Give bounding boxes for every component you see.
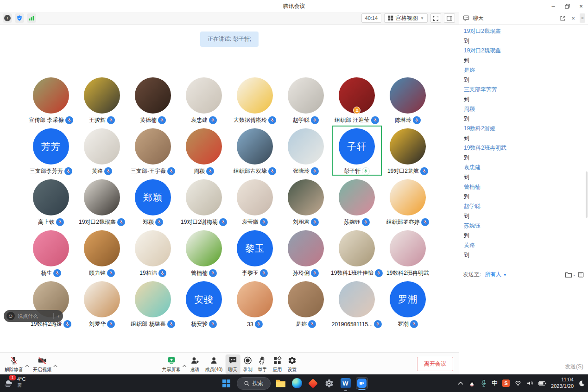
collapse-arrow-icon[interactable]: ‹ (57, 313, 60, 319)
ime-indicator[interactable]: 中 (492, 379, 498, 387)
wifi-icon[interactable] (514, 380, 522, 386)
word-app-icon[interactable]: W (340, 377, 352, 389)
participant-avatar (339, 230, 375, 266)
participant-tile[interactable]: 子轩彭子轩 (331, 125, 382, 176)
participant-tile[interactable]: 芳芳三支部李芳芳 (25, 125, 76, 176)
chat-message-list[interactable]: 19对口2魏珉鑫到19对口2魏珉鑫到是妳到三支部李芳芳到周颖到19数科2游娅到1… (459, 25, 588, 268)
participant-tile[interactable]: 袁莹徽 (229, 176, 280, 227)
qq-icon[interactable] (468, 379, 476, 387)
participant-tile[interactable]: 19对口2谢梅菊 (178, 176, 229, 227)
participant-tile[interactable]: 是妳 (280, 278, 331, 329)
participant-tile[interactable]: 罗潮罗潮 (382, 278, 433, 329)
meeting-info-icon[interactable]: i (3, 13, 12, 23)
participant-tile[interactable]: 19柏洁 (127, 227, 178, 278)
participant-tile[interactable]: 孙玲俐 (280, 227, 331, 278)
night-mode-moon-icon[interactable] (578, 380, 585, 387)
chevron-up-icon[interactable] (25, 365, 29, 367)
screenshot-icon[interactable] (577, 272, 584, 278)
volume-icon[interactable] (526, 380, 534, 386)
participant-tile[interactable]: 陈琳玲 (382, 74, 433, 125)
participant-tile[interactable]: 刘爱华 (76, 278, 127, 329)
participant-tile[interactable]: 19对口2龙航 (382, 125, 433, 176)
minimize-button[interactable]: – (546, 0, 560, 12)
security-shield-icon[interactable] (15, 13, 24, 23)
participant-tile[interactable]: 组织部 杨璐嘉 (127, 278, 178, 329)
chat-scrollbar[interactable] (586, 171, 588, 218)
participant-tile[interactable]: 苏婉钰 (331, 176, 382, 227)
taskbar-search[interactable]: 搜索 (237, 377, 271, 390)
participant-tile[interactable]: 黎玉李黎玉 (229, 227, 280, 278)
weather-widget[interactable]: 1 4°C 雾 (3, 376, 25, 388)
participant-tile[interactable]: 郑颖郑颖 (127, 176, 178, 227)
participant-tile[interactable]: 王骏辉 (76, 74, 127, 125)
participant-tile[interactable]: 19数科1班桂佳怡 (331, 227, 382, 278)
participant-tile[interactable]: 顾力铭 (76, 227, 127, 278)
participant-tile[interactable]: 袁忠建 (178, 74, 229, 125)
popout-icon[interactable] (558, 14, 567, 22)
view-mode-dropdown[interactable]: 宫格视图 ▼ (384, 13, 428, 23)
chevron-up-icon[interactable] (183, 365, 187, 367)
fullscreen-button[interactable] (430, 13, 441, 23)
participant-tile[interactable]: 刘相君 (280, 176, 331, 227)
toolbar-camera-muted-button[interactable]: 开启视频 (30, 354, 54, 374)
diamond-app-icon[interactable] (307, 377, 319, 389)
chat-close-icon[interactable]: × (569, 14, 577, 22)
chat-folder-icon[interactable]: ⌄ (565, 272, 575, 278)
participant-tile[interactable]: 黄路 (76, 125, 127, 176)
chat-input-area[interactable] (459, 281, 588, 374)
network-signal-icon[interactable] (27, 13, 36, 23)
tencent-meeting-app-icon[interactable] (356, 377, 368, 389)
toolbar-record-button[interactable]: 录制 (240, 354, 255, 374)
chevron-up-icon[interactable] (53, 365, 57, 367)
send-to-dropdown[interactable]: 所有人 ▼ (485, 271, 506, 278)
emoji-icon[interactable]: ☺ (6, 312, 15, 320)
panel-resize-handle[interactable]: ≡ (580, 13, 585, 23)
window-titlebar: 腾讯会议 – × (0, 0, 588, 12)
participant-tile[interactable]: 组织部古双壕 (229, 125, 280, 176)
sogou-input-icon[interactable]: S (502, 379, 510, 387)
participant-tile[interactable]: 大数据傅崧玲 (229, 74, 280, 125)
participant-tile[interactable]: 周颖 (178, 125, 229, 176)
toolbar-invite-button[interactable]: 邀请 (188, 354, 202, 374)
participant-tile[interactable]: 三支部-王宇薇 (127, 125, 178, 176)
tray-chevron-up-icon[interactable] (458, 381, 463, 385)
participant-tile[interactable]: 赵学聪 (280, 74, 331, 125)
toolbar-chat-button[interactable]: 聊天 (225, 354, 240, 374)
quick-chat-placeholder[interactable]: 说点什么 (18, 313, 51, 320)
participant-tile[interactable]: 19对口2魏珉鑫 (76, 176, 127, 227)
taskbar-clock[interactable]: 11:04 2023/1/20 (551, 377, 574, 390)
toolbar-share-screen-button[interactable]: 共享屏幕 (159, 354, 183, 374)
participant-tile[interactable]: 高上钦 (25, 176, 76, 227)
participant-tile[interactable]: 宣传部 李采槺 (25, 74, 76, 125)
participant-tile[interactable]: 19数科2班冉明武 (382, 227, 433, 278)
participant-tile[interactable]: 33 (229, 278, 280, 329)
file-explorer-icon[interactable] (275, 377, 287, 389)
participant-tile[interactable]: 201906581115... (331, 278, 382, 329)
close-button[interactable]: × (574, 0, 588, 12)
start-button[interactable] (221, 377, 233, 389)
quick-chat-bubble[interactable]: ☺ 说点什么 ‹ (4, 310, 63, 322)
edge-browser-icon[interactable] (291, 377, 303, 389)
chat-text: 到 (464, 56, 588, 65)
send-button[interactable]: 发送(S) (565, 363, 583, 371)
toolbar-members-button[interactable]: 成员(40) (202, 354, 226, 374)
battery-icon[interactable] (538, 380, 546, 386)
tray-mic-icon[interactable] (481, 379, 487, 387)
settings-app-icon[interactable] (323, 377, 335, 389)
maximize-button[interactable] (560, 0, 574, 12)
toolbar-mic-muted-button[interactable]: 解除静音 (2, 354, 26, 374)
sidebar-toggle-button[interactable] (444, 13, 455, 23)
toolbar-raise-hand-button[interactable]: 举手 (255, 354, 270, 374)
participant-tile[interactable]: 张晓玲 (280, 125, 331, 176)
chat-sender: 袁忠建 (464, 163, 588, 172)
chat-message: 19数科2游娅到 (464, 124, 588, 143)
participant-tile[interactable]: 组织部 汪迎莹 (331, 74, 382, 125)
participant-tile[interactable]: 曾楠楠 (178, 227, 229, 278)
leave-meeting-button[interactable]: 离开会议 (417, 357, 453, 371)
participant-tile[interactable]: 杨生 (25, 227, 76, 278)
participant-tile[interactable]: 安骏杨安骏 (178, 278, 229, 329)
participant-tile[interactable]: 黄德楠 (127, 74, 178, 125)
toolbar-settings-button[interactable]: 设置 (285, 354, 299, 374)
participant-tile[interactable]: 组织部罗亦婷 (382, 176, 433, 227)
toolbar-apps-button[interactable]: 应用 (270, 354, 285, 374)
